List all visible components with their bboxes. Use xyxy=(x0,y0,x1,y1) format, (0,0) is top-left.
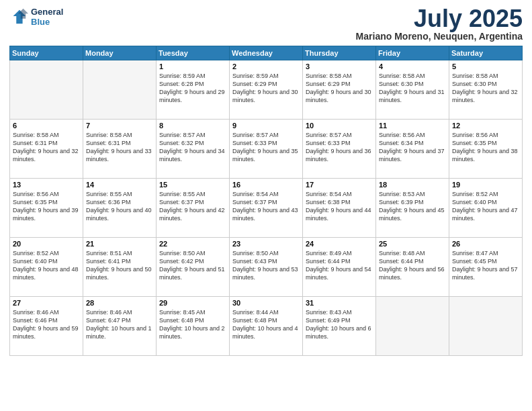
day-number: 12 xyxy=(452,122,519,130)
page: General Blue July 2025 Mariano Moreno, N… xyxy=(0,0,532,411)
weekday-monday: Monday xyxy=(83,46,157,60)
calendar-cell xyxy=(10,60,83,120)
day-number: 17 xyxy=(306,181,373,189)
cell-content: Sunrise: 8:58 AM Sunset: 6:31 PM Dayligh… xyxy=(86,131,153,164)
weekday-saturday: Saturday xyxy=(449,46,523,60)
weekday-thursday: Thursday xyxy=(303,46,376,60)
calendar-cell: 19Sunrise: 8:52 AM Sunset: 6:40 PM Dayli… xyxy=(449,179,523,238)
cell-content: Sunrise: 8:58 AM Sunset: 6:30 PM Dayligh… xyxy=(452,72,519,105)
day-number: 26 xyxy=(452,240,519,248)
calendar-cell: 26Sunrise: 8:47 AM Sunset: 6:45 PM Dayli… xyxy=(449,238,523,297)
day-number: 3 xyxy=(306,62,373,71)
location: Mariano Moreno, Neuquen, Argentina xyxy=(356,31,523,42)
calendar-cell: 8Sunrise: 8:57 AM Sunset: 6:32 PM Daylig… xyxy=(157,120,230,179)
cell-content: Sunrise: 8:52 AM Sunset: 6:40 PM Dayligh… xyxy=(452,190,519,223)
calendar-cell: 4Sunrise: 8:58 AM Sunset: 6:30 PM Daylig… xyxy=(376,60,449,120)
day-number: 5 xyxy=(452,62,519,71)
day-number: 4 xyxy=(379,62,446,71)
calendar-cell: 21Sunrise: 8:51 AM Sunset: 6:41 PM Dayli… xyxy=(83,238,157,297)
month-title: July 2025 xyxy=(356,7,523,31)
calendar-cell: 5Sunrise: 8:58 AM Sunset: 6:30 PM Daylig… xyxy=(449,60,523,120)
calendar-cell: 27Sunrise: 8:46 AM Sunset: 6:46 PM Dayli… xyxy=(10,297,83,356)
calendar-cell: 1Sunrise: 8:59 AM Sunset: 6:28 PM Daylig… xyxy=(157,60,230,120)
calendar-cell: 3Sunrise: 8:58 AM Sunset: 6:29 PM Daylig… xyxy=(303,60,376,120)
day-number: 23 xyxy=(232,240,300,248)
calendar-cell xyxy=(83,60,157,120)
cell-content: Sunrise: 8:53 AM Sunset: 6:39 PM Dayligh… xyxy=(379,190,446,223)
day-number: 20 xyxy=(13,240,80,248)
calendar-cell: 2Sunrise: 8:59 AM Sunset: 6:29 PM Daylig… xyxy=(230,60,303,120)
cell-content: Sunrise: 8:46 AM Sunset: 6:46 PM Dayligh… xyxy=(13,308,80,341)
day-number: 10 xyxy=(306,122,373,130)
cell-content: Sunrise: 8:56 AM Sunset: 6:35 PM Dayligh… xyxy=(452,131,519,164)
header: General Blue July 2025 Mariano Moreno, N… xyxy=(9,7,523,42)
cell-content: Sunrise: 8:56 AM Sunset: 6:35 PM Dayligh… xyxy=(13,190,80,223)
calendar-cell: 29Sunrise: 8:45 AM Sunset: 6:48 PM Dayli… xyxy=(157,297,230,356)
week-row-1: 1Sunrise: 8:59 AM Sunset: 6:28 PM Daylig… xyxy=(10,60,523,120)
calendar-cell: 16Sunrise: 8:54 AM Sunset: 6:37 PM Dayli… xyxy=(230,179,303,238)
weekday-wednesday: Wednesday xyxy=(230,46,303,60)
calendar-cell: 24Sunrise: 8:49 AM Sunset: 6:44 PM Dayli… xyxy=(303,238,376,297)
cell-content: Sunrise: 8:49 AM Sunset: 6:44 PM Dayligh… xyxy=(306,249,373,282)
day-number: 21 xyxy=(86,240,153,248)
calendar-cell: 13Sunrise: 8:56 AM Sunset: 6:35 PM Dayli… xyxy=(10,179,83,238)
calendar-cell: 11Sunrise: 8:56 AM Sunset: 6:34 PM Dayli… xyxy=(376,120,449,179)
calendar-cell: 22Sunrise: 8:50 AM Sunset: 6:42 PM Dayli… xyxy=(157,238,230,297)
calendar-cell: 31Sunrise: 8:43 AM Sunset: 6:49 PM Dayli… xyxy=(303,297,376,356)
calendar-cell: 25Sunrise: 8:48 AM Sunset: 6:44 PM Dayli… xyxy=(376,238,449,297)
cell-content: Sunrise: 8:43 AM Sunset: 6:49 PM Dayligh… xyxy=(306,308,373,341)
cell-content: Sunrise: 8:50 AM Sunset: 6:43 PM Dayligh… xyxy=(232,249,300,282)
week-row-3: 13Sunrise: 8:56 AM Sunset: 6:35 PM Dayli… xyxy=(10,179,523,238)
day-number: 14 xyxy=(86,181,153,189)
cell-content: Sunrise: 8:50 AM Sunset: 6:42 PM Dayligh… xyxy=(159,249,226,282)
calendar-cell: 30Sunrise: 8:44 AM Sunset: 6:48 PM Dayli… xyxy=(230,297,303,356)
calendar-cell: 9Sunrise: 8:57 AM Sunset: 6:33 PM Daylig… xyxy=(230,120,303,179)
cell-content: Sunrise: 8:52 AM Sunset: 6:40 PM Dayligh… xyxy=(13,249,80,282)
calendar-cell xyxy=(449,297,523,356)
weekday-sunday: Sunday xyxy=(10,46,83,60)
calendar-cell: 17Sunrise: 8:54 AM Sunset: 6:38 PM Dayli… xyxy=(303,179,376,238)
cell-content: Sunrise: 8:58 AM Sunset: 6:29 PM Dayligh… xyxy=(306,72,373,105)
cell-content: Sunrise: 8:54 AM Sunset: 6:37 PM Dayligh… xyxy=(232,190,300,223)
weekday-header-row: SundayMondayTuesdayWednesdayThursdayFrid… xyxy=(10,46,523,60)
cell-content: Sunrise: 8:56 AM Sunset: 6:34 PM Dayligh… xyxy=(379,131,446,164)
day-number: 1 xyxy=(159,62,226,71)
weekday-friday: Friday xyxy=(376,46,449,60)
calendar-cell: 14Sunrise: 8:55 AM Sunset: 6:36 PM Dayli… xyxy=(83,179,157,238)
calendar: SundayMondayTuesdayWednesdayThursdayFrid… xyxy=(9,46,523,356)
day-number: 2 xyxy=(232,62,300,71)
cell-content: Sunrise: 8:57 AM Sunset: 6:33 PM Dayligh… xyxy=(306,131,373,164)
day-number: 29 xyxy=(159,299,226,307)
cell-content: Sunrise: 8:58 AM Sunset: 6:31 PM Dayligh… xyxy=(13,131,80,164)
calendar-cell: 6Sunrise: 8:58 AM Sunset: 6:31 PM Daylig… xyxy=(10,120,83,179)
day-number: 30 xyxy=(232,299,300,307)
day-number: 25 xyxy=(379,240,446,248)
week-row-4: 20Sunrise: 8:52 AM Sunset: 6:40 PM Dayli… xyxy=(10,238,523,297)
cell-content: Sunrise: 8:51 AM Sunset: 6:41 PM Dayligh… xyxy=(86,249,153,282)
week-row-5: 27Sunrise: 8:46 AM Sunset: 6:46 PM Dayli… xyxy=(10,297,523,356)
cell-content: Sunrise: 8:59 AM Sunset: 6:28 PM Dayligh… xyxy=(159,72,226,105)
calendar-cell: 12Sunrise: 8:56 AM Sunset: 6:35 PM Dayli… xyxy=(449,120,523,179)
cell-content: Sunrise: 8:54 AM Sunset: 6:38 PM Dayligh… xyxy=(306,190,373,223)
calendar-cell xyxy=(376,297,449,356)
day-number: 13 xyxy=(13,181,80,189)
cell-content: Sunrise: 8:48 AM Sunset: 6:44 PM Dayligh… xyxy=(379,249,446,282)
day-number: 22 xyxy=(159,240,226,248)
calendar-cell: 15Sunrise: 8:55 AM Sunset: 6:37 PM Dayli… xyxy=(157,179,230,238)
weekday-tuesday: Tuesday xyxy=(157,46,230,60)
cell-content: Sunrise: 8:47 AM Sunset: 6:45 PM Dayligh… xyxy=(452,249,519,282)
calendar-cell: 10Sunrise: 8:57 AM Sunset: 6:33 PM Dayli… xyxy=(303,120,376,179)
logo: General Blue xyxy=(9,7,63,27)
cell-content: Sunrise: 8:45 AM Sunset: 6:48 PM Dayligh… xyxy=(159,308,226,341)
day-number: 11 xyxy=(379,122,446,130)
day-number: 28 xyxy=(86,299,153,307)
calendar-cell: 20Sunrise: 8:52 AM Sunset: 6:40 PM Dayli… xyxy=(10,238,83,297)
day-number: 16 xyxy=(232,181,300,189)
cell-content: Sunrise: 8:57 AM Sunset: 6:32 PM Dayligh… xyxy=(159,131,226,164)
calendar-cell: 18Sunrise: 8:53 AM Sunset: 6:39 PM Dayli… xyxy=(376,179,449,238)
day-number: 19 xyxy=(452,181,519,189)
cell-content: Sunrise: 8:46 AM Sunset: 6:47 PM Dayligh… xyxy=(86,308,153,341)
day-number: 8 xyxy=(159,122,226,130)
calendar-cell: 28Sunrise: 8:46 AM Sunset: 6:47 PM Dayli… xyxy=(83,297,157,356)
cell-content: Sunrise: 8:44 AM Sunset: 6:48 PM Dayligh… xyxy=(232,308,300,341)
